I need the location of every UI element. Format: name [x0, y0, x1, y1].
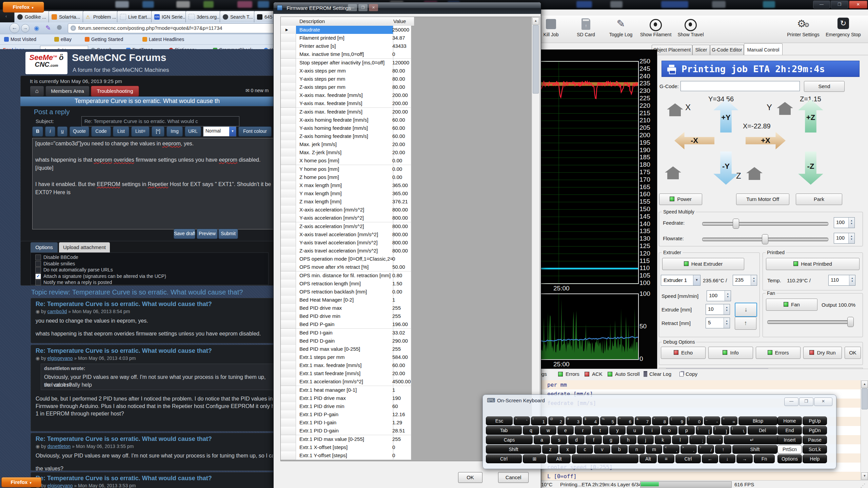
eeprom-value-cell[interactable]: 255 [390, 312, 411, 321]
forward-button[interactable]: → [21, 24, 29, 33]
tab-options[interactable]: Options [31, 242, 58, 252]
flowrate-slider-thumb[interactable] [762, 234, 768, 244]
key-Bksp[interactable]: Bksp [738, 416, 777, 425]
eeprom-desc-cell[interactable]: Z-axis acceleration [mm/s^2] [296, 222, 393, 231]
home-all-button[interactable] [665, 166, 681, 179]
eeprom-row[interactable]: OPS retraction backlash [mm]0.00 [281, 288, 411, 296]
key--[interactable]: _- [704, 416, 720, 425]
retract-button[interactable]: ↑ [735, 317, 756, 330]
eeprom-desc-cell[interactable]: Z-axis homing feedrate [mm/s] [296, 132, 393, 141]
tab-g-code-editor[interactable]: G-Code Editor [710, 45, 744, 55]
eeprom-desc-cell[interactable]: Y max length [mm] [296, 189, 393, 198]
eeprom-row[interactable]: Extr.1 X-offset [steps]0 [281, 443, 411, 451]
eeprom-desc-cell[interactable]: Y-axis homing feedrate [mm/s] [296, 124, 393, 133]
feedrate-slider[interactable] [702, 222, 828, 226]
new-messages[interactable]: ✉ 0 new m [245, 88, 269, 93]
browser-tab-6[interactable]: Search T... [220, 11, 255, 22]
bbcode-list-button[interactable]: List [113, 126, 129, 137]
eeprom-value-cell[interactable]: 0.00 [390, 288, 411, 296]
key-v[interactable]: v [594, 445, 610, 454]
eeprom-value-cell[interactable]: 255 [390, 435, 411, 444]
eeprom-value-cell[interactable]: 800.00 [390, 214, 411, 222]
fan-slider-thumb[interactable] [847, 317, 854, 327]
eeprom-value-cell[interactable]: 1 [390, 386, 411, 394]
eeprom-value-cell[interactable]: 200.00 [390, 91, 411, 100]
eeprom-row[interactable]: Extr.1 Y-offset [steps]0 [281, 451, 411, 460]
eeprom-value-cell[interactable]: 0.00 [390, 165, 411, 174]
toolbar-show-travel-button[interactable]: Show Travel [672, 18, 709, 41]
extruder-speed-spinner[interactable]: 100▲▼ [707, 290, 731, 301]
bookmark-most-visited[interactable]: Most Visited [4, 36, 36, 43]
eeprom-value-cell[interactable]: 80.00 [390, 67, 411, 75]
tab-scroll-left-icon[interactable]: ‹ [5, 14, 7, 19]
jog-plus-z-button[interactable]: +Z [797, 99, 824, 133]
back-button[interactable]: ← [9, 23, 20, 33]
key-[[interactable]: {[ [696, 426, 712, 435]
eeprom-row[interactable]: X home pos [mm]0.00 [281, 157, 411, 165]
eeprom-row[interactable]: Z home pos [mm]0.00 [281, 173, 411, 181]
key-Ctrl[interactable]: Ctrl [675, 454, 701, 463]
browser-tab-1[interactable]: SolarHa... [48, 11, 84, 22]
eeprom-desc-cell[interactable]: OPS min. distance for fil. retraction [m… [296, 271, 393, 280]
key-0[interactable]: )0 [687, 416, 703, 425]
eeprom-value-cell[interactable]: 0 [390, 443, 411, 452]
eeprom-desc-cell[interactable]: Max. jerk [mm/s] [296, 140, 393, 149]
key-end[interactable]: End [777, 426, 802, 435]
eeprom-value-cell[interactable]: 0.80 [390, 271, 411, 280]
eeprom-value-cell[interactable]: 800.00 [390, 239, 411, 247]
eeprom-row[interactable]: OPS move after x% retract [%]50.00 [281, 263, 411, 271]
post-action-save-draft-button[interactable]: Save draft [174, 229, 195, 239]
eeprom-desc-cell[interactable]: Max. inactive time [ms,0=off] [296, 50, 393, 59]
key-7[interactable]: &7 [635, 416, 651, 425]
turn-motor-off-button[interactable]: Turn Motor Off [736, 194, 789, 205]
checkbox-2[interactable] [35, 267, 41, 273]
tab-manual-control[interactable]: Manual Control [744, 43, 783, 56]
fan-button[interactable]: Fan [766, 299, 817, 311]
eeprom-row[interactable]: OPS retraction length [mm]1.50 [281, 280, 411, 288]
eeprom-row[interactable]: Bed PID drive min255 [281, 312, 411, 320]
checkbox-0[interactable] [35, 255, 41, 260]
eeprom-value-cell[interactable]: 200.00 [390, 108, 411, 116]
eeprom-row[interactable]: Y home pos [mm]0.00 [281, 165, 411, 173]
bbcode-quote-button[interactable]: Quote [70, 126, 89, 137]
eeprom-value-cell[interactable]: 60 [390, 402, 411, 411]
eeprom-desc-cell[interactable]: Extr.1 acceleration [mm/s^2] [296, 378, 393, 386]
eeprom-desc-cell[interactable]: Z home pos [mm] [296, 173, 393, 182]
retract-length-spinner[interactable]: 5▲▼ [706, 318, 730, 328]
bookmark-getting-started[interactable]: Getting Started [85, 36, 123, 43]
eeprom-value-cell[interactable]: 20.00 [390, 369, 411, 378]
eeprom-desc-cell[interactable]: OPS move after x% retract [%] [296, 263, 393, 271]
key-⊞[interactable]: ⊞ [523, 454, 546, 463]
browser-tab-3[interactable]: Live Eart... [117, 11, 152, 22]
key-2[interactable]: @2 [548, 416, 565, 425]
feedrate-spinner[interactable]: 100▲▼ [834, 217, 855, 228]
key-m[interactable]: m [646, 445, 662, 454]
eeprom-desc-cell[interactable]: Stop stepper after inactivity [ms,0=off] [296, 59, 393, 67]
eeprom-value-cell[interactable]: 0 [390, 50, 411, 59]
key-Shift[interactable]: Shift [732, 445, 777, 454]
eeprom-value-cell[interactable]: 60.00 [390, 132, 411, 141]
eeprom-value-cell[interactable]: 365.00 [390, 181, 411, 190]
debug-errors-button[interactable]: Errors [756, 347, 801, 359]
eeprom-row[interactable]: Y-axis acceleration [mm/s^2]800.00 [281, 214, 411, 222]
debug-echo-button[interactable]: Echo [661, 347, 706, 359]
eeprom-desc-cell[interactable]: Max. Z-jerk [mm/s] [296, 148, 393, 157]
jog-minus-z-button[interactable]: -Z [797, 151, 824, 185]
key-5[interactable]: %5 [600, 416, 616, 425]
eeprom-value-cell[interactable]: 255 [390, 304, 411, 312]
eeprom-value-cell[interactable]: 584.00 [390, 353, 411, 362]
eeprom-value-cell[interactable]: 800.00 [390, 247, 411, 255]
eeprom-value-cell[interactable]: 80.00 [390, 75, 411, 83]
eeprom-desc-cell[interactable]: X-axis acceleration [mm/s^2] [296, 206, 393, 214]
feedrate-slider-thumb[interactable] [733, 219, 739, 229]
flowrate-spinner[interactable]: 100▲▼ [834, 233, 855, 244]
eeprom-desc-cell[interactable]: Bed PID P-gain [296, 320, 393, 329]
eeprom-value-cell[interactable]: 190 [390, 394, 411, 403]
key-s[interactable]: s [551, 435, 567, 444]
eeprom-desc-cell[interactable]: Extr.1 PID drive min [296, 402, 393, 411]
eeprom-row[interactable]: Bed Heat Manager [0-2]1 [281, 296, 411, 304]
eeprom-row[interactable]: X-axis acceleration [mm/s^2]800.00 [281, 206, 411, 214]
eeprom-desc-cell[interactable]: Y-axis travel acceleration [mm/s^2] [296, 239, 393, 247]
park-button[interactable]: Park [796, 194, 842, 205]
eeprom-row[interactable]: Bed PID max value [0-255]255 [281, 345, 411, 353]
